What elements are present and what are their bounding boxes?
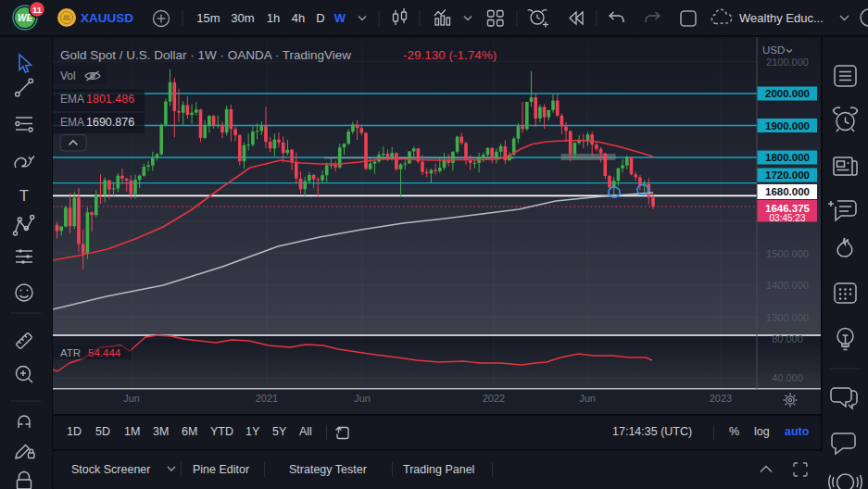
svg-text:EMA: EMA (60, 116, 84, 129)
svg-text:EMA: EMA (60, 93, 84, 106)
svg-text:1680.000: 1680.000 (765, 186, 810, 197)
svg-text:Jun: Jun (123, 393, 140, 404)
svg-text:1h: 1h (267, 11, 280, 25)
svg-text:1300.000: 1300.000 (766, 312, 809, 323)
svg-text:54.444: 54.444 (88, 347, 121, 358)
svg-text:-29.130 (-1.74%): -29.130 (-1.74%) (403, 48, 497, 62)
svg-text:30m: 30m (231, 11, 254, 25)
svg-text:2023: 2023 (710, 393, 732, 404)
svg-text:ATR: ATR (60, 347, 81, 358)
svg-text:T: T (19, 187, 29, 205)
svg-text:1690.876: 1690.876 (86, 116, 134, 129)
svg-text:2022: 2022 (483, 393, 505, 404)
svg-text:15m: 15m (196, 11, 220, 25)
svg-text:1500.000: 1500.000 (766, 248, 809, 259)
svg-text:USD: USD (762, 44, 785, 56)
svg-text:Jun: Jun (579, 393, 596, 404)
svg-text:Jun: Jun (354, 393, 371, 404)
svg-text:XAUUSD: XAUUSD (81, 11, 133, 25)
svg-text:1801.486: 1801.486 (86, 93, 134, 106)
svg-text:Vol: Vol (60, 69, 76, 82)
svg-text:D: D (316, 11, 324, 25)
svg-text:03:45:23: 03:45:23 (770, 213, 806, 223)
svg-text:2021: 2021 (256, 393, 278, 404)
svg-text:1400.000: 1400.000 (766, 280, 809, 291)
svg-text:Gold Spot / U.S. Dollar · 1W ·: Gold Spot / U.S. Dollar · 1W · OANDA · T… (60, 48, 351, 62)
svg-text:Wealthy Educ...: Wealthy Educ... (739, 11, 824, 25)
svg-text:4h: 4h (292, 11, 305, 25)
svg-text:W: W (334, 11, 346, 25)
svg-text:1720.000: 1720.000 (765, 169, 810, 181)
svg-text:1900.000: 1900.000 (765, 120, 810, 132)
svg-text:40.000: 40.000 (772, 372, 803, 383)
svg-text:2100.000: 2100.000 (766, 56, 809, 68)
svg-text:80.000: 80.000 (772, 333, 803, 345)
svg-text:1800.000: 1800.000 (765, 152, 810, 163)
svg-text:2000.000: 2000.000 (765, 88, 810, 99)
svg-text:11: 11 (32, 5, 43, 15)
